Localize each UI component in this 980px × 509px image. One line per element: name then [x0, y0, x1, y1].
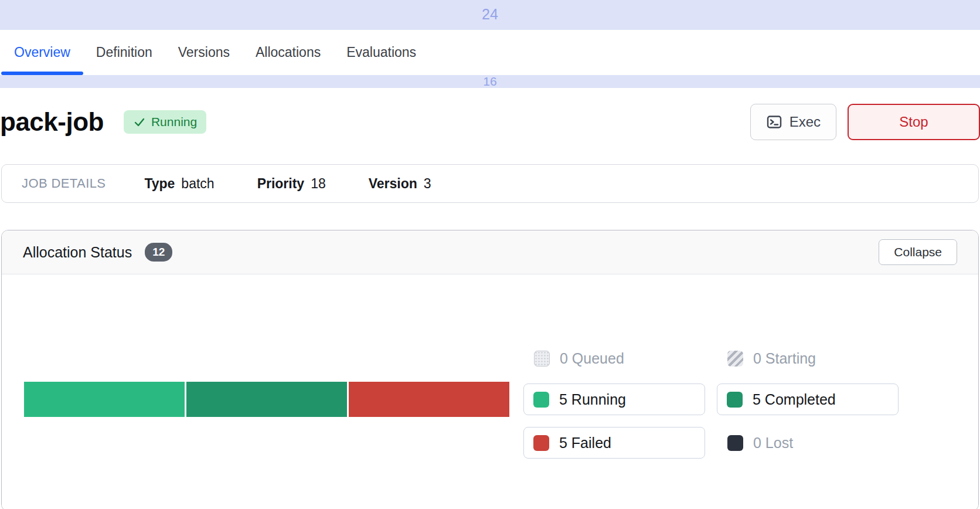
legend-cell: 0 Lost: [717, 427, 910, 459]
lost-swatch-icon: [727, 435, 743, 451]
legend-row: 5 Failed0 Lost: [523, 427, 910, 459]
job-detail-priority-value: 18: [311, 176, 326, 192]
check-icon: [133, 116, 146, 128]
legend-item-starting: 0 Starting: [717, 348, 816, 368]
spacing-annotation-mid: 16: [0, 75, 980, 88]
collapse-button[interactable]: Collapse: [879, 239, 957, 265]
status-badge: Running: [124, 110, 206, 134]
tab-evaluations[interactable]: Evaluations: [334, 30, 429, 75]
spacing-annotation-top: 24: [0, 0, 980, 30]
job-tabbar: Overview Definition Versions Allocations…: [0, 30, 980, 75]
job-detail-type-label: Type: [144, 176, 175, 192]
legend-cell: 5 Completed: [717, 384, 910, 415]
status-badge-label: Running: [151, 115, 197, 129]
header-actions: Exec Stop: [750, 104, 980, 140]
legend-item-label: 0 Lost: [753, 435, 793, 452]
allocation-status-title: Allocation Status: [23, 244, 132, 261]
job-header: pack-job Running Exec Stop: [0, 95, 980, 149]
tab-allocations[interactable]: Allocations: [243, 30, 334, 75]
page-title: pack-job: [0, 107, 104, 137]
bar-segment-completed[interactable]: [186, 382, 347, 417]
job-detail-type-value: batch: [181, 176, 214, 192]
tab-versions[interactable]: Versions: [165, 30, 243, 75]
completed-swatch-icon: [727, 392, 743, 408]
tab-overview[interactable]: Overview: [1, 30, 83, 75]
legend-item-failed[interactable]: 5 Failed: [523, 427, 705, 459]
bar-segment-failed[interactable]: [349, 382, 509, 417]
allocation-stacked-bar: [24, 382, 509, 417]
legend-item-label: 5 Running: [559, 391, 626, 408]
legend-cell: 0 Starting: [717, 348, 910, 368]
stop-button[interactable]: Stop: [848, 104, 980, 140]
job-detail-type: Type batch: [144, 176, 214, 192]
running-swatch-icon: [533, 392, 549, 408]
job-detail-version-value: 3: [424, 176, 431, 192]
job-details-heading: JOB DETAILS: [22, 176, 106, 191]
allocation-status-body: 0 Queued0 Starting5 Running5 Completed5 …: [2, 274, 978, 509]
failed-swatch-icon: [533, 435, 549, 451]
exec-button[interactable]: Exec: [750, 104, 836, 140]
legend-item-label: 5 Completed: [753, 391, 836, 408]
job-detail-priority-label: Priority: [257, 176, 305, 192]
legend-cell: 5 Failed: [523, 427, 717, 459]
job-detail-version: Version 3: [369, 176, 431, 192]
job-detail-version-label: Version: [369, 176, 417, 192]
job-details-bar: JOB DETAILS Type batch Priority 18 Versi…: [1, 164, 979, 203]
job-detail-priority: Priority 18: [257, 176, 326, 192]
legend-item-running[interactable]: 5 Running: [523, 384, 705, 415]
starting-swatch-icon: [727, 351, 743, 367]
legend-row: 5 Running5 Completed: [523, 384, 910, 415]
legend-item-lost: 0 Lost: [717, 427, 793, 459]
legend-cell: 5 Running: [523, 384, 717, 415]
legend-item-label: 0 Queued: [560, 350, 624, 367]
exec-button-label: Exec: [790, 114, 821, 130]
legend-item-queued: 0 Queued: [523, 348, 624, 368]
terminal-icon: [766, 114, 782, 130]
legend-item-label: 5 Failed: [559, 435, 611, 452]
allocation-status-header: Allocation Status 12 Collapse: [2, 230, 978, 274]
allocation-legend: 0 Queued0 Starting5 Running5 Completed5 …: [523, 348, 910, 470]
legend-item-label: 0 Starting: [753, 350, 816, 367]
queued-swatch-icon: [534, 351, 550, 367]
allocation-count-badge: 12: [145, 243, 172, 262]
legend-item-completed[interactable]: 5 Completed: [717, 384, 899, 415]
bar-segment-running[interactable]: [24, 382, 185, 417]
legend-cell: 0 Queued: [523, 348, 717, 368]
tab-definition[interactable]: Definition: [83, 30, 165, 75]
legend-row: 0 Queued0 Starting: [523, 348, 910, 368]
allocation-status-panel: Allocation Status 12 Collapse 0 Queued0 …: [1, 230, 979, 509]
